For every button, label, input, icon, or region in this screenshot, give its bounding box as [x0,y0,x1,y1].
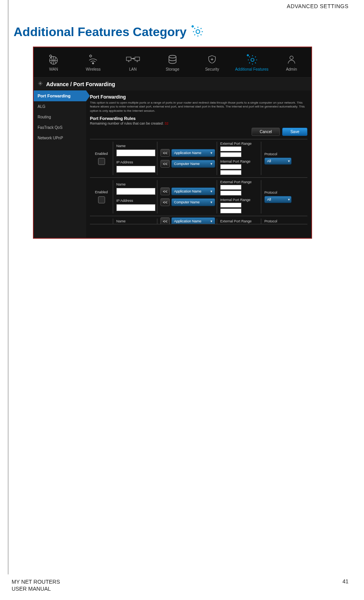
int-port-label: Internal Port Range [220,198,259,202]
save-button[interactable]: Save [282,128,307,136]
chevron-down-icon: ▾ [209,189,213,193]
ext-port-end-input[interactable] [220,191,242,196]
page-title: Additional Features Category [14,25,186,39]
globe-gear-icon [48,54,59,65]
name-input[interactable] [116,149,155,156]
nav-wireless[interactable]: Wireless [73,47,113,77]
page-footer: MY NET ROUTERS USER MANUAL 41 [12,578,348,592]
nav-label: Wireless [86,67,100,71]
ip-input[interactable] [116,204,155,211]
protocol-label: Protocol [264,191,306,194]
ip-label: IP Address [116,160,155,164]
wifi-gear-icon [87,54,99,65]
nav-label: Security [205,67,219,71]
footer-line1: MY NET ROUTERS [12,578,60,585]
rule-row: Name << Application Name ▾ External Port… [90,216,307,224]
sidebar-item-port-forwarding[interactable]: Port Forwarding [34,90,86,101]
apply-app-button[interactable]: << [160,187,170,195]
chevron-down-icon: ▾ [288,159,290,163]
router-ui-screenshot: WAN Wireless LAN [33,47,312,239]
lan-icon [126,54,140,65]
nav-admin[interactable]: Admin [272,47,311,77]
page-gutter [8,0,9,574]
nav-label: LAN [129,67,136,71]
computer-name-select[interactable]: Computer Name ▾ [171,160,215,168]
storage-icon [167,54,178,65]
nav-label: Additional Features [235,67,268,71]
int-port-start-input[interactable] [220,164,242,169]
dropdown-label: Application Name [174,151,202,155]
name-input[interactable] [116,188,155,195]
sidebar-item-alg[interactable]: ALG [34,101,86,112]
rules-remaining-value: 32 [165,121,169,125]
name-label: Name [116,182,155,186]
enabled-label: Enabled [95,190,108,194]
sidebar-item-fastrack-qos[interactable]: FasTrack QoS [34,122,86,133]
application-name-select[interactable]: Application Name ▾ [171,187,215,195]
apply-app-button[interactable]: << [160,149,170,157]
ip-input[interactable] [116,166,155,173]
section-description: This option is used to open multiple por… [90,101,307,113]
ip-label: IP Address [116,199,155,203]
ext-port-label: External Port Range [220,180,259,184]
ext-port-start-input[interactable] [220,146,242,151]
page-title-row: Additional Features Category [14,24,204,40]
name-label: Name [116,144,155,148]
main-panel: Port Forwarding This option is used to o… [86,90,311,238]
application-name-select[interactable]: Application Name ▾ [171,149,215,157]
protocol-label: Protocol [264,152,306,156]
sidebar-item-routing[interactable]: Routing [34,112,86,122]
nav-label: WAN [49,67,58,71]
svg-point-0 [196,30,200,34]
nav-additional-features[interactable]: Additional Features [232,47,271,77]
svg-point-10 [40,83,41,84]
name-label: Name [116,219,155,223]
enabled-checkbox[interactable] [98,196,105,203]
dropdown-label: Application Name [174,189,202,193]
cancel-button[interactable]: Cancel [252,128,280,136]
int-port-end-input[interactable] [220,208,242,213]
svg-point-2 [50,55,52,57]
page-number: 41 [342,578,348,592]
nav-label: Storage [166,67,179,71]
section-heading: Port Forwarding [90,94,307,100]
apply-app-button[interactable]: << [160,217,170,224]
enabled-checkbox[interactable] [98,158,105,165]
breadcrumb: Advance / Port Forwarding [34,78,311,90]
dropdown-label: All [267,198,271,201]
nav-security[interactable]: Security [192,47,232,77]
person-icon [286,54,297,65]
dropdown-label: All [267,159,271,163]
nav-storage[interactable]: Storage [153,47,192,77]
gear-icon [38,81,43,87]
computer-name-select[interactable]: Computer Name ▾ [171,198,215,206]
gear-plus-icon [190,24,204,40]
chevron-down-icon: ▾ [209,151,213,155]
rules-remaining: Remaining number of rules that can be cr… [90,121,307,125]
svg-point-9 [290,56,293,59]
protocol-select[interactable]: All ▾ [264,158,292,165]
protocol-select[interactable]: All ▾ [264,196,292,203]
footer-line2: USER MANUAL [12,585,60,592]
apply-computer-button[interactable]: << [160,198,170,206]
shield-icon [207,54,217,65]
application-name-select[interactable]: Application Name ▾ [171,217,215,224]
svg-point-8 [251,58,254,61]
ext-port-label: External Port Range [220,142,259,146]
ext-port-start-input[interactable] [220,185,242,190]
top-nav: WAN Wireless LAN [34,47,311,78]
dropdown-label: Computer Name [174,162,200,166]
nav-wan[interactable]: WAN [34,47,73,77]
int-port-end-input[interactable] [220,170,242,175]
enabled-label: Enabled [95,152,108,156]
nav-lan[interactable]: LAN [113,47,153,77]
rule-row: Enabled Name IP Address << Application N… [90,177,307,216]
dropdown-label: Application Name [174,219,202,223]
int-port-start-input[interactable] [220,203,242,208]
apply-computer-button[interactable]: << [160,160,170,168]
ext-port-end-input[interactable] [220,152,242,157]
chevron-down-icon: ▾ [209,219,213,223]
nav-label: Admin [286,67,297,71]
sidebar-item-network-upnp[interactable]: Network UPnP [34,133,86,143]
svg-point-4 [90,55,92,57]
